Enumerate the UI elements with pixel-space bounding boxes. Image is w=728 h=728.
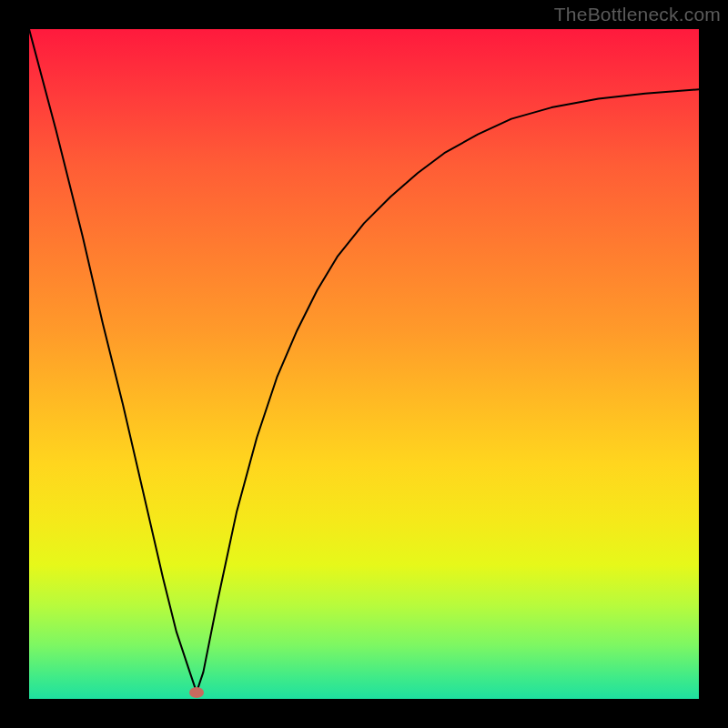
chart-frame: TheBottleneck.com xyxy=(0,0,728,728)
watermark: TheBottleneck.com xyxy=(554,4,721,25)
min-marker-icon xyxy=(189,687,204,698)
bottleneck-curve xyxy=(29,29,699,693)
plot-area xyxy=(29,29,699,699)
curve-layer xyxy=(29,29,699,699)
